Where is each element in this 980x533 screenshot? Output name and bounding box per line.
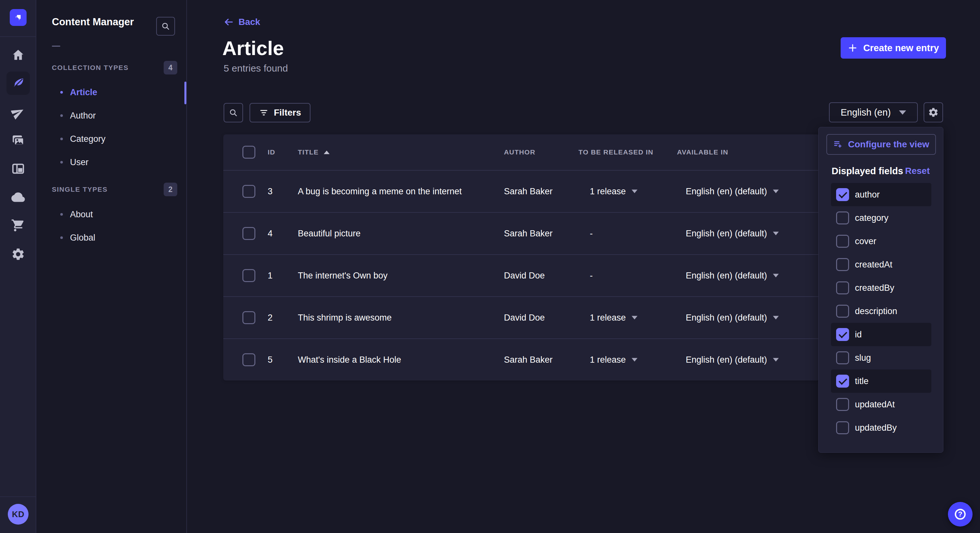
table-row[interactable]: 1 The internet's Own boy David Doe - Eng… <box>223 254 819 296</box>
releases-paper-plane-icon[interactable] <box>6 101 30 124</box>
row-checkbox[interactable] <box>242 353 255 366</box>
field-checkbox[interactable] <box>836 305 849 318</box>
sidebar-item-label: About <box>70 209 93 219</box>
sidebar-item[interactable]: User <box>36 151 187 174</box>
field-toggle-row[interactable]: category <box>831 206 931 230</box>
cell-author: David Doe <box>504 271 545 281</box>
select-all-checkbox[interactable] <box>242 146 255 159</box>
cell-author: Sarah Baker <box>504 187 552 197</box>
cell-available[interactable]: English (en) (default) <box>686 187 779 197</box>
cell-released[interactable]: - <box>590 228 593 239</box>
rail-divider <box>0 36 36 37</box>
cell-available[interactable]: English (en) (default) <box>686 271 779 281</box>
cell-available[interactable]: English (en) (default) <box>686 313 779 323</box>
column-header-title[interactable]: TITLE <box>298 148 329 156</box>
active-item-indicator <box>185 82 186 104</box>
cell-id: 1 <box>268 271 272 281</box>
home-icon[interactable] <box>6 43 30 67</box>
row-checkbox[interactable] <box>242 185 255 198</box>
settings-gear-icon[interactable] <box>6 243 30 266</box>
cell-available[interactable]: English (en) (default) <box>686 228 779 239</box>
filters-button[interactable]: Filters <box>250 103 310 122</box>
field-checkbox[interactable] <box>836 351 849 364</box>
cell-released[interactable]: 1 release <box>590 313 638 323</box>
table-row[interactable]: 2 This shrimp is awesome David Doe 1 rel… <box>223 296 819 338</box>
page-title: Article <box>222 37 284 60</box>
field-toggle-row[interactable]: createdBy <box>831 276 931 300</box>
view-settings-button[interactable] <box>924 102 943 122</box>
field-checkbox[interactable] <box>836 398 849 411</box>
field-checkbox[interactable] <box>836 188 849 201</box>
sidebar-item[interactable]: About <box>36 203 187 226</box>
strapi-logo-icon[interactable] <box>10 9 27 26</box>
chevron-down-icon <box>632 190 638 194</box>
user-avatar[interactable]: KD <box>8 504 29 525</box>
bullet-icon <box>60 138 63 140</box>
column-header-author[interactable]: AUTHOR <box>504 148 535 156</box>
section-label: COLLECTION TYPES <box>52 64 129 71</box>
table-row[interactable]: 3 A bug is becoming a meme on the intern… <box>223 170 819 212</box>
sidebar-item-label: User <box>70 157 89 167</box>
locale-value: English (en) <box>841 107 891 118</box>
table-row[interactable]: 5 What's inside a Black Hole Sarah Baker… <box>223 338 819 381</box>
field-toggle-row[interactable]: title <box>831 370 931 393</box>
main-nav-rail: KD <box>0 0 36 533</box>
field-toggle-row[interactable]: description <box>831 300 931 323</box>
cell-released[interactable]: - <box>590 271 593 281</box>
create-new-entry-button[interactable]: Create new entry <box>841 37 946 59</box>
content-manager-feather-icon[interactable] <box>6 71 30 95</box>
field-toggle-row[interactable]: updatedAt <box>831 393 931 416</box>
field-checkbox[interactable] <box>836 281 849 294</box>
sidebar-item[interactable]: Article <box>36 81 187 104</box>
field-toggle-row[interactable]: updatedBy <box>831 416 931 439</box>
chevron-down-icon <box>773 274 779 278</box>
row-checkbox[interactable] <box>242 269 255 282</box>
filter-icon <box>259 108 269 117</box>
row-checkbox[interactable] <box>242 227 255 240</box>
search-icon <box>161 21 170 31</box>
cell-available[interactable]: English (en) (default) <box>686 355 779 365</box>
back-link[interactable]: Back <box>224 16 260 28</box>
configure-the-view-button[interactable]: Configure the view <box>826 134 936 155</box>
sidebar-item[interactable]: Author <box>36 104 187 127</box>
field-label: author <box>855 190 880 200</box>
field-toggle-row[interactable]: createdAt <box>831 253 931 276</box>
field-toggle-list: author category cover createdAt createdB… <box>819 183 943 439</box>
media-library-icon[interactable] <box>6 129 30 152</box>
field-toggle-row[interactable]: slug <box>831 346 931 370</box>
chevron-down-icon <box>632 358 638 362</box>
field-checkbox[interactable] <box>836 421 849 434</box>
collection-types-count-badge: 4 <box>164 61 177 75</box>
list-plus-icon <box>833 140 843 149</box>
chevron-down-icon <box>773 232 779 235</box>
column-header-available[interactable]: AVAILABLE IN <box>677 148 728 156</box>
sidebar-item[interactable]: Category <box>36 127 187 151</box>
cell-released[interactable]: 1 release <box>590 187 638 197</box>
field-toggle-row[interactable]: cover <box>831 230 931 253</box>
locale-select[interactable]: English (en) <box>829 102 918 122</box>
sidebar-item[interactable]: Global <box>36 226 187 249</box>
bullet-icon <box>60 91 63 94</box>
field-checkbox[interactable] <box>836 328 849 341</box>
row-checkbox[interactable] <box>242 311 255 324</box>
column-header-released[interactable]: TO BE RELEASED IN <box>579 148 653 156</box>
field-checkbox[interactable] <box>836 211 849 224</box>
field-checkbox[interactable] <box>836 235 849 248</box>
table-row[interactable]: 4 Beautiful picture Sarah Baker - Englis… <box>223 212 819 254</box>
deploy-cloud-icon[interactable] <box>6 185 30 209</box>
cell-released[interactable]: 1 release <box>590 355 638 365</box>
help-button[interactable]: ? <box>948 502 972 527</box>
bullet-icon <box>60 161 63 163</box>
field-toggle-row[interactable]: author <box>831 183 931 206</box>
field-checkbox[interactable] <box>836 258 849 271</box>
displayed-fields-title: Displayed fields <box>832 166 903 176</box>
table-search-button[interactable] <box>224 103 243 122</box>
content-type-builder-icon[interactable] <box>6 157 30 180</box>
field-checkbox[interactable] <box>836 374 849 388</box>
column-header-id[interactable]: ID <box>268 148 275 156</box>
reset-button[interactable]: Reset <box>905 166 930 176</box>
subnav-title: Content Manager <box>52 16 134 28</box>
marketplace-cart-icon[interactable] <box>6 214 30 237</box>
subnav-search-button[interactable] <box>156 17 175 36</box>
field-toggle-row[interactable]: id <box>831 323 931 346</box>
